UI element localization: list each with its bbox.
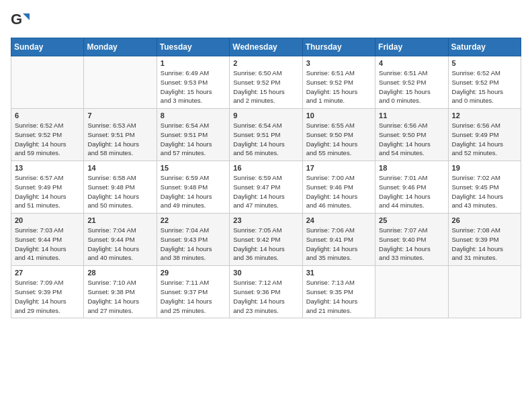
calendar-cell: 27Sunrise: 7:09 AM Sunset: 9:39 PM Dayli… [11,266,84,318]
day-detail: Sunrise: 7:02 AM Sunset: 9:45 PM Dayligh… [452,173,517,210]
day-number: 31 [306,269,371,277]
calendar-cell: 1Sunrise: 6:49 AM Sunset: 9:53 PM Daylig… [157,56,229,109]
calendar-week-4: 20Sunrise: 7:03 AM Sunset: 9:44 PM Dayli… [11,214,521,266]
calendar-cell: 9Sunrise: 6:54 AM Sunset: 9:51 PM Daylig… [230,109,302,161]
day-detail: Sunrise: 6:57 AM Sunset: 9:49 PM Dayligh… [15,173,80,210]
day-number: 18 [379,164,444,172]
svg-text:G: G [11,11,22,28]
calendar-cell: 5Sunrise: 6:52 AM Sunset: 9:52 PM Daylig… [448,56,521,109]
logo-icon: G [11,11,30,30]
day-number: 19 [452,164,517,172]
calendar-cell: 26Sunrise: 7:08 AM Sunset: 9:39 PM Dayli… [448,214,521,266]
day-number: 12 [452,111,517,120]
day-detail: Sunrise: 6:51 AM Sunset: 9:52 PM Dayligh… [379,68,444,105]
day-number: 21 [87,216,152,224]
calendar-cell: 14Sunrise: 6:58 AM Sunset: 9:48 PM Dayli… [84,161,157,214]
calendar-week-1: 1Sunrise: 6:49 AM Sunset: 9:53 PM Daylig… [11,56,521,109]
day-detail: Sunrise: 6:55 AM Sunset: 9:50 PM Dayligh… [306,121,371,158]
svg-marker-1 [23,13,30,20]
calendar-week-3: 13Sunrise: 6:57 AM Sunset: 9:49 PM Dayli… [11,161,521,214]
day-detail: Sunrise: 6:52 AM Sunset: 9:52 PM Dayligh… [452,68,517,105]
day-detail: Sunrise: 6:56 AM Sunset: 9:50 PM Dayligh… [379,121,444,158]
calendar-week-5: 27Sunrise: 7:09 AM Sunset: 9:39 PM Dayli… [11,266,521,318]
day-number: 27 [15,269,80,277]
day-number: 11 [379,111,444,120]
day-detail: Sunrise: 6:52 AM Sunset: 9:52 PM Dayligh… [15,121,80,158]
day-detail: Sunrise: 6:58 AM Sunset: 9:48 PM Dayligh… [87,173,152,210]
calendar-cell: 6Sunrise: 6:52 AM Sunset: 9:52 PM Daylig… [11,109,84,161]
day-number: 29 [161,269,226,277]
calendar-cell: 12Sunrise: 6:56 AM Sunset: 9:49 PM Dayli… [448,109,521,161]
calendar-cell: 29Sunrise: 7:11 AM Sunset: 9:37 PM Dayli… [157,266,229,318]
day-detail: Sunrise: 6:54 AM Sunset: 9:51 PM Dayligh… [161,121,226,158]
weekday-header-monday: Monday [84,38,157,56]
weekday-header-saturday: Saturday [448,38,521,56]
calendar-cell [375,266,448,318]
day-detail: Sunrise: 6:50 AM Sunset: 9:52 PM Dayligh… [233,68,298,105]
day-number: 13 [15,164,80,172]
calendar-cell [11,56,84,109]
calendar-table: SundayMondayTuesdayWednesdayThursdayFrid… [11,38,521,318]
day-detail: Sunrise: 7:09 AM Sunset: 9:39 PM Dayligh… [15,278,80,315]
weekday-header-sunday: Sunday [11,38,84,56]
calendar-cell: 28Sunrise: 7:10 AM Sunset: 9:38 PM Dayli… [84,266,157,318]
calendar-cell [448,266,521,318]
calendar-cell: 15Sunrise: 6:59 AM Sunset: 9:48 PM Dayli… [157,161,229,214]
calendar-cell: 4Sunrise: 6:51 AM Sunset: 9:52 PM Daylig… [375,56,448,109]
day-detail: Sunrise: 7:12 AM Sunset: 9:36 PM Dayligh… [233,278,298,315]
calendar-cell: 30Sunrise: 7:12 AM Sunset: 9:36 PM Dayli… [230,266,302,318]
day-number: 17 [306,164,371,172]
calendar-cell: 7Sunrise: 6:53 AM Sunset: 9:51 PM Daylig… [84,109,157,161]
day-detail: Sunrise: 6:49 AM Sunset: 9:53 PM Dayligh… [161,68,226,105]
day-number: 20 [15,216,80,224]
day-number: 6 [15,111,80,120]
day-number: 2 [233,59,298,67]
calendar-cell: 13Sunrise: 6:57 AM Sunset: 9:49 PM Dayli… [11,161,84,214]
day-detail: Sunrise: 7:04 AM Sunset: 9:44 PM Dayligh… [87,226,152,263]
calendar-header-row: SundayMondayTuesdayWednesdayThursdayFrid… [11,38,521,56]
day-number: 15 [161,164,226,172]
day-number: 22 [161,216,226,224]
weekday-header-wednesday: Wednesday [230,38,302,56]
day-detail: Sunrise: 7:08 AM Sunset: 9:39 PM Dayligh… [452,226,517,263]
calendar-cell: 23Sunrise: 7:05 AM Sunset: 9:42 PM Dayli… [230,214,302,266]
calendar-cell: 3Sunrise: 6:51 AM Sunset: 9:52 PM Daylig… [302,56,375,109]
day-detail: Sunrise: 7:06 AM Sunset: 9:41 PM Dayligh… [306,226,371,263]
calendar-cell: 8Sunrise: 6:54 AM Sunset: 9:51 PM Daylig… [157,109,229,161]
day-detail: Sunrise: 7:01 AM Sunset: 9:46 PM Dayligh… [379,173,444,210]
day-detail: Sunrise: 6:59 AM Sunset: 9:47 PM Dayligh… [233,173,298,210]
calendar-body: 1Sunrise: 6:49 AM Sunset: 9:53 PM Daylig… [11,56,521,318]
day-number: 28 [87,269,152,277]
day-number: 7 [87,111,152,120]
calendar-cell: 16Sunrise: 6:59 AM Sunset: 9:47 PM Dayli… [230,161,302,214]
day-detail: Sunrise: 6:54 AM Sunset: 9:51 PM Dayligh… [233,121,298,158]
day-detail: Sunrise: 6:59 AM Sunset: 9:48 PM Dayligh… [161,173,226,210]
day-detail: Sunrise: 6:53 AM Sunset: 9:51 PM Dayligh… [87,121,152,158]
day-detail: Sunrise: 6:56 AM Sunset: 9:49 PM Dayligh… [452,121,517,158]
day-number: 4 [379,59,444,67]
day-detail: Sunrise: 7:04 AM Sunset: 9:43 PM Dayligh… [161,226,226,263]
day-number: 8 [161,111,226,120]
calendar-cell: 24Sunrise: 7:06 AM Sunset: 9:41 PM Dayli… [302,214,375,266]
day-number: 24 [306,216,371,224]
weekday-header-friday: Friday [375,38,448,56]
day-detail: Sunrise: 7:07 AM Sunset: 9:40 PM Dayligh… [379,226,444,263]
day-number: 9 [233,111,298,120]
logo: G [11,11,32,30]
day-number: 25 [379,216,444,224]
calendar-cell [84,56,157,109]
day-number: 14 [87,164,152,172]
weekday-header-thursday: Thursday [302,38,375,56]
calendar-cell: 31Sunrise: 7:13 AM Sunset: 9:35 PM Dayli… [302,266,375,318]
day-detail: Sunrise: 7:10 AM Sunset: 9:38 PM Dayligh… [87,278,152,315]
day-number: 26 [452,216,517,224]
calendar-cell: 2Sunrise: 6:50 AM Sunset: 9:52 PM Daylig… [230,56,302,109]
page-header: G [11,11,521,30]
day-detail: Sunrise: 7:00 AM Sunset: 9:46 PM Dayligh… [306,173,371,210]
day-number: 3 [306,59,371,67]
day-detail: Sunrise: 7:11 AM Sunset: 9:37 PM Dayligh… [161,278,226,315]
calendar-week-2: 6Sunrise: 6:52 AM Sunset: 9:52 PM Daylig… [11,109,521,161]
calendar-cell: 10Sunrise: 6:55 AM Sunset: 9:50 PM Dayli… [302,109,375,161]
calendar-cell: 18Sunrise: 7:01 AM Sunset: 9:46 PM Dayli… [375,161,448,214]
calendar-cell: 20Sunrise: 7:03 AM Sunset: 9:44 PM Dayli… [11,214,84,266]
